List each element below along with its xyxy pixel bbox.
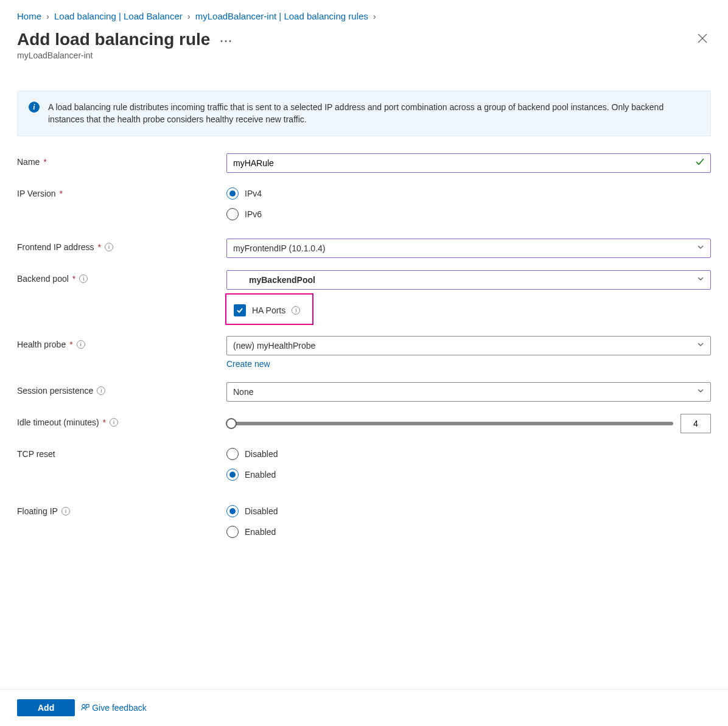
label-health-probe: Health probe xyxy=(17,340,66,349)
valid-check-icon xyxy=(695,157,705,169)
radio-ipv6[interactable]: IPv6 xyxy=(226,208,711,220)
radio-icon xyxy=(226,208,239,220)
info-text: A load balancing rule distributes incomi… xyxy=(48,101,699,126)
label-ip-version: IP Version xyxy=(17,189,56,198)
chevron-down-icon xyxy=(697,275,704,284)
help-icon[interactable]: i xyxy=(97,386,105,395)
radio-tcp-disabled-label: Disabled xyxy=(245,449,278,459)
radio-tcp-disabled[interactable]: Disabled xyxy=(226,448,711,460)
breadcrumb-lb-instance[interactable]: myLoadBalancer-int | Load balancing rule… xyxy=(195,11,368,21)
radio-ipv4[interactable]: IPv4 xyxy=(226,187,711,200)
create-new-link[interactable]: Create new xyxy=(226,359,270,369)
page-title: Add load balancing rule xyxy=(17,30,210,49)
frontend-ip-value: myFrontendIP (10.1.0.4) xyxy=(233,243,325,253)
required-asterisk: * xyxy=(60,189,63,198)
add-button[interactable]: Add xyxy=(17,699,75,716)
help-icon[interactable]: i xyxy=(292,306,300,315)
label-floating-ip: Floating IP xyxy=(17,506,58,516)
help-icon[interactable]: i xyxy=(110,418,118,427)
chevron-down-icon xyxy=(697,341,704,350)
help-icon[interactable]: i xyxy=(79,274,88,283)
required-asterisk: * xyxy=(69,340,72,349)
label-frontend-ip: Frontend IP address xyxy=(17,242,94,252)
radio-ipv6-label: IPv6 xyxy=(245,209,262,219)
radio-floating-enabled[interactable]: Enabled xyxy=(226,526,711,538)
health-probe-select[interactable]: (new) myHealthProbe xyxy=(226,336,711,355)
highlight-marker: HA Ports i xyxy=(225,293,313,325)
chevron-down-icon xyxy=(697,387,704,396)
radio-ipv4-label: IPv4 xyxy=(245,189,262,198)
health-probe-value: (new) myHealthProbe xyxy=(233,341,315,351)
label-session-persistence: Session persistence xyxy=(17,386,93,396)
ha-ports-checkbox[interactable]: HA Ports i xyxy=(234,304,300,316)
breadcrumb-home[interactable]: Home xyxy=(17,11,41,21)
session-persistence-select[interactable]: None xyxy=(226,382,711,402)
radio-icon xyxy=(226,526,239,538)
radio-icon xyxy=(226,469,239,481)
chevron-right-icon: › xyxy=(46,11,49,21)
feedback-icon xyxy=(81,703,89,713)
radio-floating-enabled-label: Enabled xyxy=(245,527,276,537)
required-asterisk: * xyxy=(103,417,106,427)
floating-ip-radio-group: Disabled Enabled xyxy=(226,503,711,538)
help-icon[interactable]: i xyxy=(105,243,113,251)
chevron-right-icon: › xyxy=(373,11,376,21)
idle-timeout-input[interactable] xyxy=(681,414,711,433)
more-actions-button[interactable]: ··· xyxy=(220,32,233,48)
label-tcp-reset: TCP reset xyxy=(17,449,55,459)
info-icon: i xyxy=(29,102,40,113)
radio-tcp-enabled-label: Enabled xyxy=(245,470,276,480)
radio-icon xyxy=(226,505,239,517)
idle-timeout-slider[interactable] xyxy=(226,422,673,425)
checkbox-checked-icon xyxy=(234,304,246,316)
required-asterisk: * xyxy=(43,157,46,167)
required-asterisk: * xyxy=(72,274,75,284)
backend-pool-value: myBackendPool xyxy=(249,275,315,285)
info-banner: i A load balancing rule distributes inco… xyxy=(17,91,711,136)
label-backend-pool: Backend pool xyxy=(17,274,69,284)
page-subtitle: myLoadBalancer-int xyxy=(17,51,233,60)
close-button[interactable] xyxy=(694,30,711,50)
footer-bar: Add Give feedback xyxy=(0,689,728,726)
breadcrumb-lb-list[interactable]: Load balancing | Load Balancer xyxy=(54,11,183,21)
radio-tcp-enabled[interactable]: Enabled xyxy=(226,469,711,481)
chevron-right-icon: › xyxy=(187,11,191,21)
give-feedback-label: Give feedback xyxy=(92,703,147,713)
ha-ports-label: HA Ports xyxy=(252,305,285,315)
help-icon[interactable]: i xyxy=(61,507,70,515)
ip-version-radio-group: IPv4 IPv6 xyxy=(226,185,711,220)
radio-icon xyxy=(226,448,239,460)
radio-floating-disabled[interactable]: Disabled xyxy=(226,505,711,517)
frontend-ip-select[interactable]: myFrontendIP (10.1.0.4) xyxy=(226,239,711,258)
name-input[interactable] xyxy=(226,153,711,173)
slider-thumb[interactable] xyxy=(226,418,237,429)
label-idle-timeout: Idle timeout (minutes) xyxy=(17,417,99,427)
help-icon[interactable]: i xyxy=(77,340,85,349)
tcp-reset-radio-group: Disabled Enabled xyxy=(226,445,711,481)
radio-floating-disabled-label: Disabled xyxy=(245,506,278,516)
radio-icon xyxy=(226,187,239,200)
svg-point-0 xyxy=(82,704,85,707)
give-feedback-link[interactable]: Give feedback xyxy=(81,703,147,713)
breadcrumb: Home › Load balancing | Load Balancer › … xyxy=(17,11,711,21)
session-persistence-value: None xyxy=(233,387,253,397)
backend-pool-select[interactable]: myBackendPool xyxy=(226,270,711,290)
required-asterisk: * xyxy=(98,242,101,252)
chevron-down-icon xyxy=(697,243,704,253)
label-name: Name xyxy=(17,157,40,167)
